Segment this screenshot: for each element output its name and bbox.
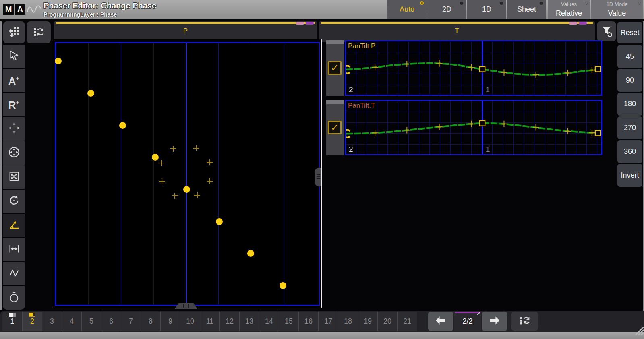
values-mode-dropdown[interactable]: ValuesRelative▽ <box>548 0 590 19</box>
move-icon <box>8 122 20 136</box>
fixture-origin-cross <box>170 146 176 152</box>
pan-curve-checkbox[interactable]: ✓ <box>328 61 342 75</box>
step-page-button[interactable]: 2/2 <box>454 312 481 331</box>
next-step-button[interactable] <box>482 312 507 331</box>
fixture-origin-cross <box>159 178 165 184</box>
page-stripe <box>455 312 480 313</box>
phaser-step-16[interactable]: 16 <box>298 312 318 331</box>
phaser-step-6[interactable]: 6 <box>101 312 121 331</box>
phaser-step-12[interactable]: 12 <box>219 312 239 331</box>
pink-marker-pill <box>569 22 577 25</box>
phaser-step-21[interactable]: 21 <box>397 312 417 331</box>
phaser-step-13[interactable]: 13 <box>239 312 259 331</box>
encoder-stripe <box>321 22 593 24</box>
phaser-step-11[interactable]: 11 <box>200 312 219 331</box>
pan-curve-graph[interactable]: PanTilt.P 2 1 <box>345 40 602 96</box>
move-window-button[interactable] <box>3 21 25 43</box>
phaser-step-9[interactable]: 9 <box>160 312 180 331</box>
arrow-right-icon <box>488 315 501 327</box>
reset-button[interactable]: Reset <box>617 22 642 43</box>
sync-icon <box>32 25 45 40</box>
tool-center-move[interactable] <box>3 141 25 165</box>
phaser-step-4[interactable]: 4 <box>62 312 81 331</box>
phaser-step-7[interactable]: 7 <box>121 312 141 331</box>
left-scrollbar[interactable] <box>0 21 2 310</box>
fixture-phase-dot[interactable] <box>183 186 190 193</box>
phaser-step-15[interactable]: 15 <box>279 312 298 331</box>
fixture-origin-cross <box>193 145 199 151</box>
phaser-step-5[interactable]: 5 <box>81 312 101 331</box>
column-scroll-top <box>326 40 344 44</box>
tool-rotate[interactable] <box>3 190 25 213</box>
center-move-icon <box>8 146 20 160</box>
tool-scale[interactable] <box>3 165 25 189</box>
phaser-step-10[interactable]: 10 <box>180 312 200 331</box>
purple-marker-pill <box>306 22 314 25</box>
column-scroll-top <box>326 100 344 104</box>
phaser-step-2[interactable]: 2 <box>22 312 42 331</box>
phaser-step-20[interactable]: 20 <box>377 312 397 331</box>
window-title: Phaser Editor: Change Phase <box>43 1 156 10</box>
tilt-curve-checkbox[interactable]: ✓ <box>328 121 342 134</box>
filter-button[interactable] <box>597 21 616 41</box>
phaser-step-14[interactable]: 14 <box>259 312 279 331</box>
fixture-origin-cross <box>194 192 200 198</box>
fixture-phase-dot[interactable] <box>152 154 159 161</box>
dropdown-label: Values <box>548 1 590 7</box>
view-button-2d[interactable]: 2D <box>427 0 466 19</box>
phaser-editor-window: M A Phaser Editor: Change Phase Programm… <box>0 0 644 339</box>
phase-90-button[interactable]: 90 <box>617 69 642 92</box>
move-grid-icon <box>8 25 21 40</box>
fixture-phase-dot[interactable] <box>216 218 223 225</box>
phase-invert-button[interactable]: Invert <box>617 164 642 187</box>
tool-width[interactable] <box>3 238 25 261</box>
fixture-origin-cross <box>207 178 213 184</box>
tool-add-absolute[interactable]: A+ <box>3 69 25 92</box>
fixture-phase-dot[interactable] <box>87 90 94 97</box>
view-button-1d[interactable]: 1D <box>467 0 506 19</box>
purple-marker-pill <box>579 22 587 25</box>
sync-encoder-button[interactable] <box>27 21 51 43</box>
fixture-phase-dot[interactable] <box>280 282 286 289</box>
fixture-phase-dot[interactable] <box>247 250 254 257</box>
tool-speed[interactable] <box>3 286 25 310</box>
tool-add-relative[interactable]: R+ <box>3 93 25 116</box>
phase-45-button[interactable]: 45 <box>617 45 642 68</box>
angle-icon <box>8 219 20 232</box>
phase-270-button[interactable]: 270 <box>617 116 642 139</box>
phase-180-button[interactable]: 180 <box>617 93 642 116</box>
tilt-curve-graph[interactable]: PanTilt.T 2 1 <box>345 100 602 155</box>
curve-enable-column-tilt: ✓ <box>326 100 344 155</box>
sync-steps-button[interactable] <box>511 312 538 331</box>
wave-icon <box>27 4 42 16</box>
phaser-step-17[interactable]: 17 <box>318 312 338 331</box>
grid-line <box>186 43 187 305</box>
phaser-step-19[interactable]: 19 <box>358 312 377 331</box>
tool-transition[interactable] <box>3 262 25 285</box>
phaser-step-1[interactable]: 1 <box>2 312 22 331</box>
indicator-left <box>9 313 13 317</box>
previous-step-button[interactable] <box>428 312 453 331</box>
fixture-origin-cross <box>158 160 164 166</box>
fixture-phase-dot[interactable] <box>119 122 126 129</box>
fixture-phase-dot[interactable] <box>55 58 62 64</box>
vertical-split-handle[interactable] <box>315 168 321 186</box>
tool-pointer[interactable] <box>3 45 25 68</box>
phaser-step-3[interactable]: 3 <box>42 312 62 331</box>
phaser-step-18[interactable]: 18 <box>338 312 358 331</box>
dropdown-value: Value <box>591 9 643 18</box>
phase-360-button[interactable]: 360 <box>617 140 642 163</box>
step-indicator <box>9 313 16 317</box>
tool-angle[interactable] <box>3 214 25 237</box>
encoder-letter-t: T <box>319 27 595 35</box>
window-subtitle: ProgrammingLayer : Phase <box>43 11 117 18</box>
2d-phase-view[interactable] <box>52 39 322 308</box>
tool-move[interactable] <box>3 117 25 141</box>
encoder-header-tilt[interactable]: T <box>319 21 595 42</box>
view-button-auto[interactable]: Auto <box>387 0 427 19</box>
checkmark-icon: ✓ <box>331 62 339 74</box>
phaser-step-8[interactable]: 8 <box>141 312 160 331</box>
1d-mode-dropdown[interactable]: 1D ModeValue▽ <box>591 0 643 19</box>
view-button-sheet[interactable]: Sheet <box>507 0 546 19</box>
resize-grip[interactable] <box>631 321 644 337</box>
